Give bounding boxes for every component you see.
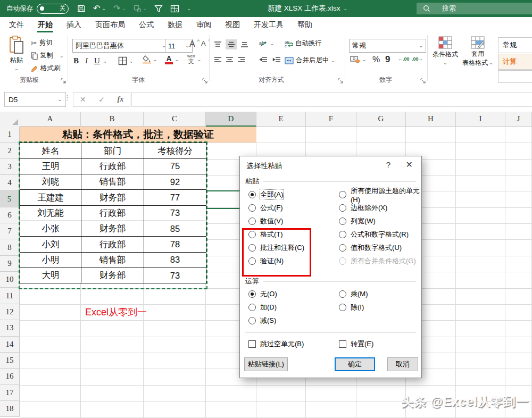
row-header-5[interactable]: 5 [0,191,20,207]
column-header-B[interactable]: B [81,112,144,127]
tab-数据[interactable]: 数据 [161,17,189,33]
row-header-6[interactable]: 6 [0,207,20,223]
formula-input[interactable] [131,92,532,107]
align-left-button[interactable] [214,56,222,63]
clipboard-dialog-launcher[interactable] [61,78,66,83]
alignment-dialog-launcher[interactable] [338,78,343,83]
number-dialog-launcher[interactable] [420,78,426,83]
radio-icon[interactable] [248,257,256,265]
bold-button[interactable]: B [73,56,79,65]
table-cell[interactable]: 78 [144,237,206,252]
radio-icon[interactable] [339,290,346,298]
italic-button[interactable]: I [85,56,88,65]
radio-icon[interactable] [339,191,346,198]
format-as-table-button[interactable]: 套用 表格格式⌄ [462,36,494,67]
row-header-8[interactable]: 8 [0,239,20,255]
shrink-font-button[interactable]: Aˇ [201,39,210,47]
row-header-9[interactable]: 9 [0,256,20,272]
tab-帮助[interactable]: 帮助 [290,17,319,33]
radio-icon[interactable] [248,290,256,298]
table-cell[interactable]: 销售部 [81,252,144,267]
radio-无(O)[interactable]: 无(O) [248,290,277,298]
table-cell[interactable]: 小明 [20,252,81,267]
row-header-4[interactable]: 4 [0,175,20,191]
table-cell[interactable]: 75 [144,158,206,174]
radio-格式(T)[interactable]: 格式(T) [248,230,304,239]
radio-icon[interactable] [339,304,346,311]
table-cell[interactable]: 刘晓 [20,174,81,190]
table-header-cell[interactable]: 姓名 [20,143,81,158]
table-cell[interactable]: 销售部 [81,174,144,190]
number-format-select[interactable]: 常规⌄ [349,39,426,53]
percent-style-button[interactable]: % [372,55,380,64]
cancel-entry-button[interactable]: ✕ [80,95,86,104]
cut-button[interactable]: ✂ 剪切 [31,38,53,47]
radio-icon[interactable] [248,191,256,198]
row-header-10[interactable]: 10 [0,272,20,288]
cell-style-empty[interactable] [498,70,532,83]
font-dialog-launcher[interactable] [202,78,207,83]
autosave-switch-icon[interactable]: 关 [37,4,69,14]
row-header-15[interactable]: 15 [0,353,20,369]
table-header-cell[interactable]: 考核得分 [144,143,206,158]
radio-公式和数字格式(R)[interactable]: 公式和数字格式(R) [339,230,421,239]
column-header-J[interactable]: J [505,112,532,127]
tab-开发工具[interactable]: 开发工具 [247,17,290,33]
column-header-C[interactable]: C [144,112,206,127]
align-right-button[interactable] [237,56,245,63]
radio-边框除外(X)[interactable]: 边框除外(X) [339,204,421,212]
row-header-18[interactable]: 18 [0,401,20,417]
tab-审阅[interactable]: 审阅 [189,17,218,33]
checkbox-转置(E)[interactable]: 转置(E) [339,340,373,348]
name-box-dropdown-icon[interactable]: ⌄ [57,97,62,102]
format-painter-button[interactable]: 格式刷 [31,64,61,73]
row-header-2[interactable]: 2 [0,143,20,158]
data-table[interactable]: 姓名部门考核得分王明行政部75刘晓销售部92王建建财务部77刘无能行政部73小张… [20,143,206,283]
conditional-formatting-button[interactable]: 条件格式 ⌄ [430,36,461,65]
radio-乘(M)[interactable]: 乘(M) [339,290,368,298]
orientation-button[interactable]: ab ⌄ [259,39,275,47]
table-cell[interactable]: 小张 [20,221,81,237]
cancel-button[interactable]: 取消 [387,357,418,371]
row-header-14[interactable]: 14 [0,337,20,353]
font-color-button[interactable]: A ⌄ [165,55,179,64]
tab-插入[interactable]: 插入 [60,17,88,33]
cell-style-常规[interactable]: 常规 [498,37,532,53]
radio-全部(A)[interactable]: 全部(A) [248,190,304,199]
tab-文件[interactable]: 文件 [2,17,31,33]
row-header-11[interactable]: 11 [0,288,20,304]
qat-customize-button[interactable]: ⌄ [187,6,191,11]
column-header-I[interactable]: I [456,112,505,127]
table-cell[interactable]: 77 [144,190,206,205]
cell-style-计算[interactable]: 计算 [498,54,532,70]
merge-center-button[interactable]: 合并后居中 ⌄ [285,56,335,65]
row-header-3[interactable]: 3 [0,159,20,175]
row-header-17[interactable]: 17 [0,385,20,401]
decrease-indent-button[interactable] [259,56,268,63]
radio-icon[interactable] [248,304,256,311]
name-box[interactable]: D5 ⌄ [4,92,66,107]
confirm-entry-button[interactable]: ✓ [98,95,105,104]
table-cell[interactable]: 大明 [20,268,81,283]
wrap-text-button[interactable]: abc 自动换行 [285,39,322,48]
radio-所有使用源主题的单元(H)[interactable]: 所有使用源主题的单元(H) [339,190,421,199]
row-header-12[interactable]: 12 [0,304,20,320]
radio-减(S)[interactable]: 减(S) [248,316,277,325]
align-bottom-button[interactable] [240,41,248,48]
select-all-corner[interactable] [0,112,20,127]
radio-icon[interactable] [339,218,346,225]
table-cell[interactable]: 行政部 [81,205,144,221]
table-view-button[interactable] [170,5,179,13]
filter-button[interactable] [154,5,163,13]
accounting-format-button[interactable]: ⌄ [350,55,367,63]
dialog-help-button[interactable]: ? [386,160,390,169]
brand-note-cell[interactable]: Excel从零到一 [85,304,147,320]
autosave-toggle[interactable]: 自动保存 关 [6,4,69,14]
merged-title-cell[interactable]: 粘贴：条件格式，批注，数据验证 [20,127,256,143]
tab-开始[interactable]: 开始 [31,17,60,33]
row-header-1[interactable]: 1 [0,127,20,143]
table-cell[interactable]: 王明 [20,158,81,174]
grow-font-button[interactable]: A^ [189,39,200,49]
font-name-select[interactable]: 阿里巴巴普惠体⌄ [72,39,169,53]
copy-button[interactable]: 复制 ⌄ [31,51,64,60]
